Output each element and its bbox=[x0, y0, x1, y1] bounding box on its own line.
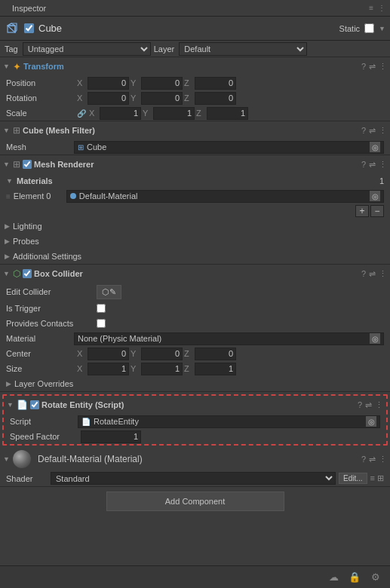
default-material-settings-icon[interactable]: ⇌ bbox=[369, 455, 376, 464]
inspector-tab[interactable]: Inspector bbox=[5, 2, 54, 14]
provides-contacts-row: Provides Contacts bbox=[0, 316, 390, 331]
default-material-header[interactable]: ▼ Default-Material (Material) ? ⇌ ⋮ bbox=[0, 448, 390, 470]
shader-view-icon[interactable]: ⊞ bbox=[377, 473, 384, 483]
mesh-renderer-header[interactable]: ▼ ⊞ Mesh Renderer ? ⇌ ⋮ bbox=[0, 155, 390, 173]
tag-select[interactable]: Untagged bbox=[23, 42, 151, 56]
menu-icon[interactable]: ≡ bbox=[369, 4, 373, 12]
script-value-text: RotateEntity bbox=[94, 417, 139, 426]
size-y-input[interactable]: 1 bbox=[141, 363, 183, 375]
is-trigger-checkbox[interactable] bbox=[97, 304, 106, 313]
cloud-icon[interactable]: ☁ bbox=[325, 569, 342, 586]
materials-add-button[interactable]: + bbox=[355, 205, 369, 217]
additional-settings-row[interactable]: ▶ Additional Settings bbox=[0, 249, 390, 264]
transform-menu-icon[interactable]: ⋮ bbox=[379, 62, 387, 72]
more-icon[interactable]: ⋮ bbox=[378, 4, 385, 12]
lighting-row[interactable]: ▶ Lighting bbox=[0, 219, 390, 234]
materials-count: 1 bbox=[379, 176, 384, 185]
box-collider-checkbox[interactable] bbox=[23, 269, 32, 278]
mesh-renderer-settings-icon[interactable]: ⇌ bbox=[369, 160, 376, 170]
collider-material-row: Material None (Physic Material) ◎ bbox=[0, 331, 390, 346]
collider-material-value-field[interactable]: None (Physic Material) ◎ bbox=[74, 332, 384, 345]
transform-actions: ? ⇌ ⋮ bbox=[361, 62, 387, 72]
mesh-filter-menu-icon[interactable]: ⋮ bbox=[379, 126, 387, 136]
mesh-select-button[interactable]: ◎ bbox=[370, 142, 380, 152]
position-y-input[interactable]: 0 bbox=[141, 77, 183, 90]
box-collider-help-icon[interactable]: ? bbox=[361, 269, 366, 278]
script-label: Script bbox=[10, 417, 78, 426]
center-y-input[interactable]: 0 bbox=[141, 348, 183, 360]
mesh-renderer-menu-icon[interactable]: ⋮ bbox=[379, 160, 387, 170]
scale-x-input[interactable]: 1 bbox=[100, 107, 141, 120]
transform-header[interactable]: ▼ ✦ Transform ? ⇌ ⋮ bbox=[0, 57, 390, 75]
probes-row[interactable]: ▶ Probes bbox=[0, 234, 390, 249]
additional-label: Additional Settings bbox=[13, 252, 81, 261]
mesh-filter-header[interactable]: ▼ ⊞ Cube (Mesh Filter) ? ⇌ ⋮ bbox=[0, 121, 390, 139]
script-select-button[interactable]: ◎ bbox=[366, 416, 376, 427]
position-z-label: Z bbox=[184, 78, 193, 87]
edit-collider-button[interactable]: ⬡✎ bbox=[97, 285, 121, 299]
default-material-help-icon[interactable]: ? bbox=[361, 455, 366, 464]
settings-toolbar-icon[interactable]: ⚙ bbox=[367, 569, 384, 586]
scale-link-icon[interactable]: 🔗 bbox=[77, 109, 86, 118]
rotate-script-checkbox[interactable] bbox=[30, 400, 39, 409]
box-collider-actions: ? ⇌ ⋮ bbox=[361, 269, 387, 279]
scale-z-input[interactable]: 1 bbox=[207, 107, 248, 120]
add-component-button[interactable]: Add Component bbox=[106, 492, 284, 511]
default-material-name: Default-Material (Material) bbox=[38, 454, 359, 464]
mesh-filter-settings-icon[interactable]: ⇌ bbox=[369, 126, 376, 136]
probes-arrow: ▶ bbox=[5, 237, 10, 245]
shader-select[interactable]: Standard bbox=[51, 472, 336, 485]
lock-icon[interactable]: 🔒 bbox=[346, 569, 363, 586]
size-values: X 1 Y 1 Z 1 bbox=[77, 363, 384, 375]
layer-select[interactable]: Default bbox=[179, 42, 307, 56]
default-material-actions: ? ⇌ ⋮ bbox=[361, 455, 387, 464]
rotate-script-header[interactable]: ▼ 📄 Rotate Entity (Script) ? ⇌ ⋮ bbox=[4, 396, 386, 414]
rotation-z-input[interactable]: 0 bbox=[195, 92, 236, 105]
materials-remove-button[interactable]: − bbox=[370, 205, 384, 217]
shader-edit-button[interactable]: Edit... bbox=[339, 473, 367, 484]
mesh-value-field[interactable]: ⊞ Cube ◎ bbox=[74, 141, 384, 154]
script-value-field[interactable]: 📄 RotateEntity ◎ bbox=[78, 415, 380, 428]
layer-overrides-row[interactable]: ▶ Layer Overrides bbox=[0, 376, 390, 391]
element-0-select-button[interactable]: ◎ bbox=[370, 191, 380, 201]
materials-expand-arrow: ▼ bbox=[6, 177, 14, 185]
edit-collider-label: Edit Collider bbox=[6, 287, 97, 296]
center-x-label: X bbox=[77, 349, 86, 358]
position-z-input[interactable]: 0 bbox=[195, 77, 236, 90]
transform-settings-icon[interactable]: ⇌ bbox=[369, 62, 376, 72]
rotation-x-input[interactable]: 0 bbox=[88, 92, 129, 105]
size-z-input[interactable]: 1 bbox=[195, 363, 236, 375]
mesh-renderer-checkbox[interactable] bbox=[23, 160, 32, 169]
box-collider-settings-icon[interactable]: ⇌ bbox=[369, 269, 376, 279]
center-x-input[interactable]: 0 bbox=[88, 348, 129, 360]
collider-material-select-button[interactable]: ◎ bbox=[370, 333, 380, 344]
shader-list-icon[interactable]: ≡ bbox=[370, 473, 375, 483]
object-active-checkbox[interactable] bbox=[24, 23, 34, 33]
position-x-input[interactable]: 0 bbox=[88, 77, 129, 90]
material-dot-icon bbox=[70, 193, 76, 199]
rotate-script-help-icon[interactable]: ? bbox=[358, 400, 362, 409]
rotation-y-input[interactable]: 0 bbox=[141, 92, 183, 105]
position-y-label: Y bbox=[131, 78, 140, 87]
box-collider-menu-icon[interactable]: ⋮ bbox=[379, 269, 387, 279]
static-dropdown-arrow[interactable]: ▼ bbox=[379, 25, 385, 32]
rotate-script-settings-icon[interactable]: ⇌ bbox=[365, 400, 372, 410]
rotate-script-menu-icon[interactable]: ⋮ bbox=[375, 400, 383, 410]
mesh-renderer-help-icon[interactable]: ? bbox=[361, 160, 366, 169]
element-0-value-field[interactable]: Default-Material ◎ bbox=[66, 190, 384, 203]
center-z-input[interactable]: 0 bbox=[195, 348, 236, 360]
scale-y-input[interactable]: 1 bbox=[153, 107, 195, 120]
rotation-y-label: Y bbox=[131, 93, 140, 103]
provides-contacts-checkbox[interactable] bbox=[97, 319, 106, 328]
mesh-filter-help-icon[interactable]: ? bbox=[361, 126, 366, 135]
rotate-script-expand-arrow: ▼ bbox=[7, 401, 14, 409]
default-material-menu-icon[interactable]: ⋮ bbox=[379, 455, 387, 464]
transform-section: ▼ ✦ Transform ? ⇌ ⋮ Position X 0 Y 0 Z 0… bbox=[0, 57, 390, 121]
speed-factor-input[interactable]: 1 bbox=[81, 430, 141, 443]
size-x-input[interactable]: 1 bbox=[88, 363, 129, 375]
box-collider-header[interactable]: ▼ ⬡ Box Collider ? ⇌ ⋮ bbox=[0, 265, 390, 283]
rotation-row: Rotation X 0 Y 0 Z 0 bbox=[0, 90, 390, 106]
transform-help-icon[interactable]: ? bbox=[361, 62, 366, 71]
static-checkbox[interactable] bbox=[364, 23, 374, 33]
center-y-label: Y bbox=[131, 349, 140, 358]
